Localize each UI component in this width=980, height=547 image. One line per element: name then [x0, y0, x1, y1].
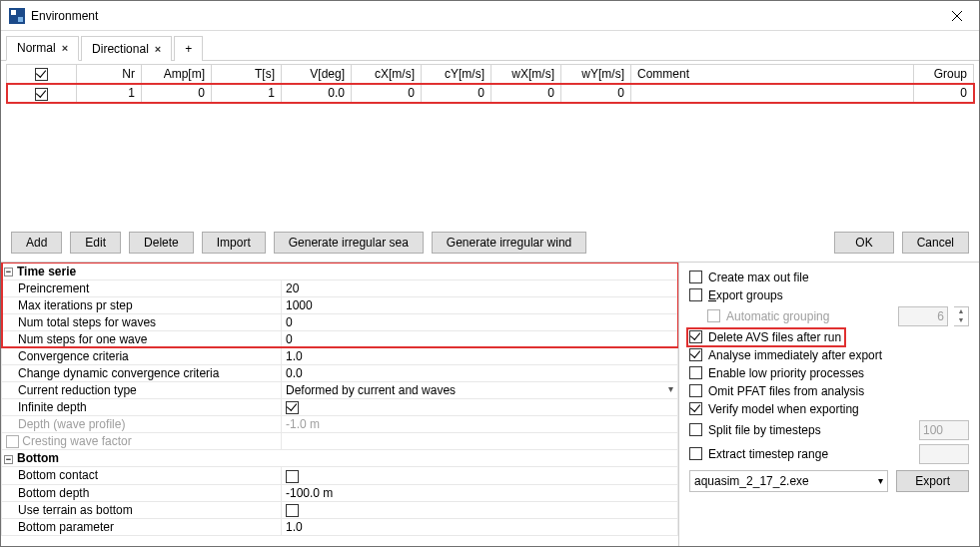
- omit-pfat-label: Omit PFAT files from analysis: [708, 384, 864, 398]
- prop-bcontact-label: Bottom contact: [2, 467, 282, 484]
- close-button[interactable]: [934, 1, 979, 30]
- generate-sea-button[interactable]: Generate irregular sea: [274, 232, 424, 254]
- col-amp[interactable]: Amp[m]: [142, 65, 212, 84]
- edit-button[interactable]: Edit: [70, 232, 121, 254]
- prop-bcontact-checkbox[interactable]: [286, 470, 299, 483]
- add-button[interactable]: Add: [11, 232, 62, 254]
- low-priority-label: Enable low priority processes: [708, 366, 864, 380]
- collapse-icon[interactable]: −: [4, 455, 13, 464]
- prop-maxiter-label: Max iterations pr step: [2, 296, 282, 313]
- col-cy[interactable]: cY[m/s]: [422, 65, 491, 84]
- prop-chconv-value[interactable]: 0.0: [282, 364, 678, 381]
- export-groups-checkbox[interactable]: [689, 288, 702, 301]
- delete-avs-checkbox[interactable]: [689, 330, 702, 343]
- col-wy[interactable]: wY[m/s]: [561, 65, 631, 84]
- split-checkbox[interactable]: [689, 423, 702, 436]
- close-icon: [952, 11, 962, 21]
- row-checkbox[interactable]: [35, 88, 48, 101]
- prop-infdepth-checkbox[interactable]: [286, 401, 299, 414]
- omit-pfat-checkbox[interactable]: [689, 384, 702, 397]
- export-button[interactable]: Export: [896, 470, 969, 492]
- col-vdeg[interactable]: V[deg]: [282, 65, 352, 84]
- cell-ts[interactable]: 1: [212, 84, 282, 103]
- prop-bparam-value[interactable]: 1.0: [282, 518, 678, 535]
- prop-crest-label: Cresting wave factor: [22, 434, 131, 448]
- prop-curred-label: Current reduction type: [2, 381, 282, 398]
- section-bottom: Bottom: [17, 451, 59, 465]
- collapse-icon[interactable]: −: [4, 268, 13, 276]
- low-priority-checkbox[interactable]: [689, 366, 702, 379]
- window-title: Environment: [31, 9, 934, 23]
- auto-group-value: [898, 306, 948, 326]
- svg-rect-1: [11, 10, 16, 15]
- col-ts[interactable]: T[s]: [212, 65, 282, 84]
- section-time-serie: Time serie: [17, 265, 76, 278]
- titlebar: Environment: [1, 1, 979, 31]
- split-value: [919, 420, 969, 440]
- tab-directional-label: Directional: [92, 42, 149, 56]
- col-wx[interactable]: wX[m/s]: [491, 65, 561, 84]
- extract-checkbox[interactable]: [689, 447, 702, 460]
- col-comment[interactable]: Comment: [631, 65, 914, 84]
- cell-group[interactable]: 0: [914, 84, 974, 103]
- prop-depthwp-value: -1.0 m: [282, 415, 678, 432]
- analyse-label: Analyse immediately after export: [708, 348, 882, 362]
- ok-button[interactable]: OK: [834, 232, 893, 254]
- prop-numtotal-label: Num total steps for waves: [2, 313, 282, 330]
- select-all-checkbox[interactable]: [35, 68, 48, 81]
- tab-directional[interactable]: Directional ×: [81, 36, 172, 61]
- action-bar: Add Edit Delete Import Generate irregula…: [1, 224, 979, 262]
- create-max-checkbox[interactable]: [689, 271, 702, 283]
- tab-add[interactable]: +: [174, 36, 203, 61]
- prop-crest-checkbox: [6, 435, 19, 448]
- prop-maxiter-value[interactable]: 1000: [282, 296, 678, 313]
- cell-vdeg[interactable]: 0.0: [282, 84, 352, 103]
- prop-conv-value[interactable]: 1.0: [282, 347, 678, 364]
- prop-bparam-label: Bottom parameter: [2, 518, 282, 535]
- prop-depthwp-label: Depth (wave profile): [2, 415, 282, 432]
- tab-normal[interactable]: Normal ×: [6, 36, 79, 61]
- import-button[interactable]: Import: [202, 232, 266, 254]
- verify-checkbox[interactable]: [689, 402, 702, 415]
- grid-row[interactable]: 1 0 1 0.0 0 0 0 0 0: [7, 84, 974, 103]
- prop-terrain-checkbox[interactable]: [286, 504, 299, 517]
- cell-wy[interactable]: 0: [561, 84, 631, 103]
- exe-combo[interactable]: aquasim_2_17_2.exe ▾: [689, 470, 888, 492]
- auto-group-checkbox: [707, 309, 720, 322]
- cell-cx[interactable]: 0: [352, 84, 422, 103]
- cell-cy[interactable]: 0: [422, 84, 491, 103]
- tab-close-icon[interactable]: ×: [155, 43, 161, 55]
- prop-chconv-label: Change dynamic convergence criteria: [2, 364, 282, 381]
- tab-close-icon[interactable]: ×: [62, 42, 68, 54]
- dropdown-icon[interactable]: ▾: [668, 383, 673, 394]
- exe-combo-value: aquasim_2_17_2.exe: [694, 474, 809, 488]
- prop-preincrement-label: Preincrement: [2, 279, 282, 296]
- prop-bdepth-value[interactable]: -100.0 m: [282, 484, 678, 501]
- auto-group-label: Automatic grouping: [726, 309, 829, 323]
- create-max-label: Create max out file: [708, 271, 809, 284]
- cell-comment[interactable]: [631, 84, 914, 103]
- prop-terrain-label: Use terrain as bottom: [2, 501, 282, 518]
- environment-grid: Nr Amp[m] T[s] V[deg] cX[m/s] cY[m/s] wX…: [1, 61, 979, 104]
- delete-button[interactable]: Delete: [129, 232, 194, 254]
- prop-curred-value[interactable]: Deformed by current and waves▾: [282, 381, 678, 398]
- analyse-checkbox[interactable]: [689, 348, 702, 361]
- grid-header-row: Nr Amp[m] T[s] V[deg] cX[m/s] cY[m/s] wX…: [7, 65, 974, 84]
- prop-numone-value[interactable]: 0: [282, 330, 678, 347]
- split-label: Split file by timesteps: [708, 423, 821, 437]
- generate-wind-button[interactable]: Generate irregular wind: [432, 232, 586, 254]
- cell-nr[interactable]: 1: [77, 84, 142, 103]
- prop-numtotal-value[interactable]: 0: [282, 313, 678, 330]
- prop-conv-label: Convergence criteria: [2, 347, 282, 364]
- cancel-button[interactable]: Cancel: [902, 232, 969, 254]
- col-nr[interactable]: Nr: [77, 65, 142, 84]
- cell-amp[interactable]: 0: [142, 84, 212, 103]
- verify-label: Verify model when exporting: [708, 402, 859, 416]
- prop-preincrement-value[interactable]: 20: [282, 279, 678, 296]
- col-cx[interactable]: cX[m/s]: [352, 65, 422, 84]
- cell-wx[interactable]: 0: [491, 84, 561, 103]
- app-icon: [9, 8, 25, 24]
- prop-numone-label: Num steps for one wave: [2, 330, 282, 347]
- col-group[interactable]: Group: [914, 65, 974, 84]
- export-options-panel: Create max out file Export groups Automa…: [679, 263, 979, 546]
